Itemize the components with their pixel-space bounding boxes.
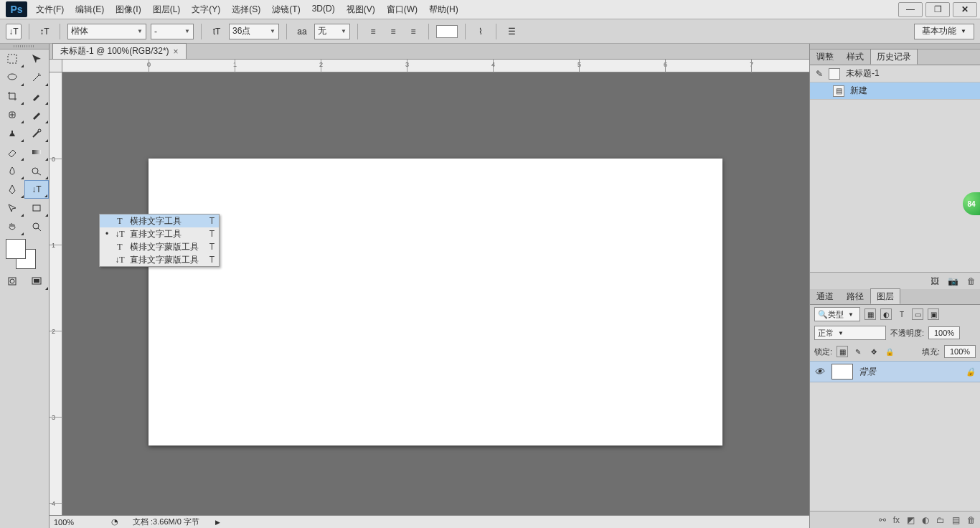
tab-styles[interactable]: 样式 (840, 49, 870, 65)
filter-type-icon[interactable]: T (896, 308, 908, 320)
clone-stamp-tool[interactable] (0, 124, 24, 143)
new-layer-icon[interactable]: ▤ (952, 515, 960, 525)
horizontal-ruler[interactable]: 012345678910 (62, 60, 809, 72)
quick-mask-button[interactable] (0, 272, 24, 291)
foreground-color-swatch[interactable] (6, 239, 26, 259)
link-layers-icon[interactable]: ⚯ (879, 515, 886, 525)
document-tab[interactable]: 未标题-1 @ 100%(RGB/32*) × (52, 43, 187, 59)
floating-badge[interactable]: 84 (963, 192, 980, 215)
vertical-text-tool-icon[interactable]: ↓T (6, 24, 22, 39)
lock-position-icon[interactable]: ✥ (868, 346, 880, 357)
path-selection-tool[interactable] (0, 199, 24, 217)
filter-smart-icon[interactable]: ▣ (928, 308, 939, 320)
tab-adjustments[interactable]: 调整 (810, 49, 840, 65)
adjustment-layer-icon[interactable]: ◐ (922, 515, 929, 525)
magic-wand-tool[interactable] (24, 68, 49, 87)
create-snapshot-icon[interactable]: 🖼 (930, 276, 939, 286)
canvas[interactable] (149, 159, 722, 446)
tab-layers[interactable]: 图层 (870, 288, 900, 304)
align-center-button[interactable]: ≡ (385, 24, 401, 39)
menu-3d[interactable]: 3D(D) (306, 1, 341, 19)
move-tool[interactable] (24, 50, 49, 68)
zoom-slider-icon[interactable]: ◔ (111, 517, 118, 527)
dodge-tool[interactable] (24, 161, 49, 180)
filter-adjustment-icon[interactable]: ◐ (880, 308, 892, 320)
zoom-tool[interactable] (24, 217, 49, 236)
align-left-button[interactable]: ≡ (365, 24, 381, 39)
menu-select[interactable]: 选择(S) (226, 1, 266, 19)
close-button[interactable]: ✕ (953, 2, 977, 17)
menu-edit[interactable]: 编辑(E) (70, 1, 110, 19)
minimize-button[interactable]: — (898, 2, 923, 17)
tab-history[interactable]: 历史记录 (870, 49, 918, 65)
lock-all-icon[interactable]: 🔒 (884, 346, 895, 357)
menu-text[interactable]: 文字(Y) (186, 1, 226, 19)
trash-icon[interactable]: 🗑 (967, 276, 976, 286)
menu-image[interactable]: 图像(I) (110, 1, 146, 19)
flyout-vertical-type-mask[interactable]: ↓T 直排文字蒙版工具 T (100, 253, 219, 266)
text-orientation-button[interactable]: ↕T (37, 24, 52, 39)
gradient-tool[interactable] (24, 143, 49, 161)
color-picker[interactable] (0, 236, 49, 272)
trash-icon[interactable]: 🗑 (967, 515, 976, 525)
blur-tool[interactable] (0, 161, 24, 180)
eyedropper-tool[interactable] (24, 87, 49, 105)
lasso-tool[interactable] (0, 68, 24, 87)
healing-brush-tool[interactable] (0, 105, 24, 124)
hand-tool[interactable] (0, 217, 24, 236)
maximize-button[interactable]: ❐ (925, 2, 950, 17)
history-document-row[interactable]: ✎ 未标题-1 (810, 65, 980, 82)
canvas-viewport[interactable] (62, 72, 809, 502)
layer-filter-kind[interactable]: 🔍 类型▼ (814, 307, 860, 321)
ruler-origin[interactable] (50, 60, 62, 72)
font-style-select[interactable]: - ▼ (151, 24, 194, 39)
doc-info[interactable]: 文档 :3.66M/0 字节 (133, 517, 199, 527)
lock-paint-icon[interactable]: ✎ (852, 346, 864, 357)
menu-layer[interactable]: 图层(L) (147, 1, 187, 19)
pen-tool[interactable] (0, 180, 24, 199)
blend-mode-select[interactable]: 正常▼ (814, 326, 886, 340)
text-color-swatch[interactable] (436, 25, 458, 38)
fill-value[interactable]: 100% (944, 345, 976, 358)
visibility-eye-icon[interactable]: 👁 (814, 366, 826, 377)
menu-file[interactable]: 文件(F) (30, 1, 70, 19)
marquee-tool[interactable] (0, 50, 24, 68)
layer-row-background[interactable]: 👁 背景 🔒 (810, 361, 980, 382)
menu-filter[interactable]: 滤镜(T) (266, 1, 306, 19)
antialias-select[interactable]: 无 ▼ (314, 24, 350, 39)
layer-fx-icon[interactable]: fx (893, 515, 900, 525)
group-icon[interactable]: 🗀 (936, 515, 945, 525)
zoom-level[interactable]: 100% (54, 518, 97, 527)
flyout-vertical-type[interactable]: • ↓T 直排文字工具 T (100, 227, 219, 240)
align-right-button[interactable]: ≡ (405, 24, 421, 39)
vertical-ruler[interactable]: 01234 (50, 72, 62, 515)
menu-view[interactable]: 视图(V) (341, 1, 381, 19)
flyout-horizontal-type[interactable]: T 横排文字工具 T (100, 214, 219, 227)
screen-mode-button[interactable] (24, 272, 49, 291)
menu-window[interactable]: 窗口(W) (381, 1, 423, 19)
layer-mask-icon[interactable]: ◩ (907, 515, 915, 525)
lock-transparency-icon[interactable]: ▦ (837, 346, 848, 357)
layer-thumbnail[interactable] (831, 364, 853, 380)
vertical-type-tool[interactable]: ↓T (24, 180, 49, 199)
workspace-switcher[interactable]: 基本功能 ▼ (914, 24, 974, 39)
toolbox-handle[interactable] (0, 44, 49, 50)
brush-tool[interactable] (24, 105, 49, 124)
history-brush-tool[interactable] (24, 124, 49, 143)
font-size-select[interactable]: 36点 ▼ (229, 24, 279, 39)
filter-shape-icon[interactable]: ▭ (912, 308, 923, 320)
camera-icon[interactable]: 📷 (948, 276, 958, 286)
tab-paths[interactable]: 路径 (840, 288, 870, 304)
layer-name[interactable]: 背景 (859, 366, 876, 378)
tab-channels[interactable]: 通道 (810, 288, 840, 304)
menu-help[interactable]: 帮助(H) (423, 1, 464, 19)
history-step-row[interactable]: ▤ 新建 (810, 82, 980, 100)
rectangle-tool[interactable] (24, 199, 49, 217)
opacity-value[interactable]: 100% (928, 326, 960, 339)
font-family-select[interactable]: 楷体 ▼ (67, 24, 146, 39)
filter-pixel-icon[interactable]: ▦ (864, 308, 876, 320)
warp-text-button[interactable]: ⌇ (473, 24, 489, 39)
crop-tool[interactable] (0, 87, 24, 105)
close-tab-icon[interactable]: × (174, 47, 179, 57)
character-panel-button[interactable]: ☰ (504, 24, 519, 39)
